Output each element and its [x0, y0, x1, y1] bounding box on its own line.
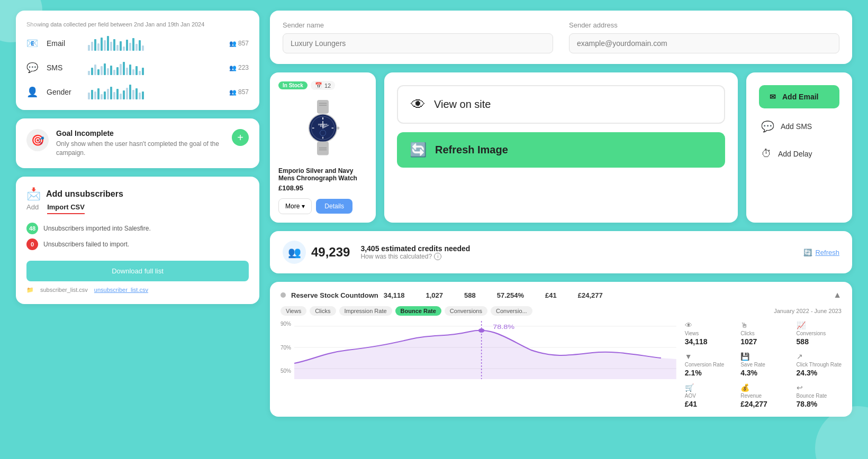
goal-title: Goal Incomplete [56, 129, 224, 137]
refresh-image-label: Refresh Image [435, 144, 508, 156]
unsub-icon: 📩 [26, 187, 41, 201]
sender-address-label: Sender address [569, 21, 839, 29]
gender-field-row: 👤 Gender 👥 857 [26, 85, 249, 99]
svg-rect-17 [319, 148, 327, 149]
add-sms-label: Add SMS [781, 122, 812, 131]
details-button[interactable]: Details [316, 199, 352, 214]
collapse-icon[interactable]: ▲ [833, 290, 842, 300]
clicks-icon: 🖱 [740, 321, 785, 329]
analytics-status-dot [281, 292, 286, 298]
stat-clicks: 1,027 [426, 291, 443, 299]
goal-icon: 🎯 [26, 129, 49, 151]
add-delay-row[interactable]: ⏱ Add Delay [759, 144, 839, 163]
unsub-tabs: Add Import CSV [26, 203, 249, 214]
email-label: Email [47, 39, 84, 48]
fields-card: Showing data collected per field between… [16, 11, 259, 110]
stat-aov: £41 [545, 291, 557, 299]
people-icon: 👥 [283, 241, 306, 264]
tab-impression[interactable]: Impression Rate [339, 306, 392, 316]
goal-description: Only show when the user hasn't completed… [56, 140, 224, 158]
bounce-rate-icon: ↩ [797, 383, 842, 392]
add-email-button[interactable]: ✉ Add Email [759, 85, 839, 108]
failed-text: Unsubscribers failed to import. [43, 241, 129, 248]
watch-illustration: EMPORIO ARMANI [296, 100, 349, 158]
add-delay-label: Add Delay [778, 150, 812, 158]
analytics-tabs-row: Views Clicks Impression Rate Bounce Rate… [281, 306, 842, 316]
sms-count: 👥 223 [228, 64, 249, 71]
success-badge: 48 [26, 223, 38, 234]
save-rate-icon: 💾 [740, 352, 785, 361]
metric-clicks: 🖱 Clicks 1027 [740, 321, 785, 346]
info-icon: i [434, 253, 441, 260]
middle-row: In Stock 📅 12 [270, 72, 852, 223]
refresh-circle-icon: 🔄 [410, 142, 427, 158]
metric-conversions: 📈 Conversions 588 [797, 321, 842, 346]
credits-people: 👥 49,239 [283, 241, 350, 264]
sender-card: Sender name Sender address [270, 11, 852, 64]
sms-label: SMS [47, 63, 84, 72]
stat-conv-rate: 57.254% [497, 291, 524, 299]
tab-import-csv[interactable]: Import CSV [47, 203, 85, 214]
svg-rect-18 [319, 150, 327, 151]
footer-file-name: subscriber_list.csv [40, 287, 88, 293]
metric-revenue: 💰 Revenue £24,277 [740, 383, 785, 408]
metric-conversion-rate: ▼ Conversion Rate 2.1% [685, 352, 730, 377]
date-range-label: January 2022 - June 2023 [774, 308, 842, 314]
fields-subtitle: Showing data collected per field between… [26, 21, 249, 27]
bounce-rate-chart: 78.8% [294, 321, 676, 379]
stat-revenue: £24,277 [578, 291, 603, 299]
sender-address-field: Sender address [569, 21, 839, 53]
product-name: Emporio Silver and Navy Mens Chronograph… [278, 167, 367, 182]
delay-icon: ⏱ [761, 148, 772, 160]
add-sms-row[interactable]: 💬 Add SMS [759, 117, 839, 136]
sender-name-label: Sender name [283, 21, 553, 29]
email-icon: 📧 [26, 38, 41, 49]
unsub-title: Add unsubscribers [46, 189, 123, 199]
views-icon: 👁 [685, 321, 730, 329]
sender-name-input[interactable] [283, 33, 553, 53]
analytics-stats: 34,118 1,027 588 57.254% £41 £24,277 [384, 291, 828, 299]
sms-field-row: 💬 SMS 👥 223 [26, 60, 249, 75]
metric-save-rate: 💾 Save Rate 4.3% [740, 352, 785, 377]
tab-conversions[interactable]: Conversions [445, 306, 487, 316]
aov-icon: 🛒 [685, 383, 730, 392]
analytics-title: Reserve Stock Countdown [291, 291, 378, 299]
action-panel: 👁 View on site 🔄 Refresh Image [384, 72, 738, 223]
credits-subtitle: How was this calculated? i [360, 253, 793, 260]
chart-container: 90% 70% 50% [281, 321, 676, 408]
svg-rect-0 [317, 100, 329, 114]
refresh-image-button[interactable]: 🔄 Refresh Image [397, 132, 725, 168]
refresh-button[interactable]: 🔄 Refresh [803, 249, 839, 256]
tab-clicks[interactable]: Clicks [310, 306, 336, 316]
email-add-icon: ✉ [770, 93, 776, 101]
sender-address-input[interactable] [569, 33, 839, 53]
product-count-badge: 📅 12 [311, 81, 335, 90]
tab-add[interactable]: Add [26, 203, 39, 214]
import-success-row: 48 Unsubscribers imported into Salesfire… [26, 223, 249, 234]
svg-rect-16 [317, 142, 329, 155]
product-card: In Stock 📅 12 [270, 72, 376, 223]
chevron-down-icon: ▾ [302, 203, 305, 210]
tab-views[interactable]: Views [281, 306, 306, 316]
tab-conversio-more[interactable]: Conversio... [491, 306, 532, 316]
revenue-icon: 💰 [740, 383, 785, 392]
failed-badge: 0 [26, 238, 38, 250]
footer-link[interactable]: unsubscriber_list.csv [94, 287, 148, 293]
gender-label: Gender [47, 88, 84, 96]
credits-card: 👥 49,239 3,405 estimated credits needed … [270, 231, 852, 273]
goal-add-button[interactable]: + [232, 129, 249, 146]
analytics-metrics: 👁 Views 34,118 🖱 Clicks 1027 📈 Conversio… [685, 321, 842, 408]
download-full-list-button[interactable]: Download full list [26, 261, 249, 281]
footer-file: 📁 [26, 287, 34, 293]
stat-conversions: 588 [464, 291, 476, 299]
gender-count: 👥 857 [228, 88, 249, 96]
tab-bounce-rate[interactable]: Bounce Rate [395, 306, 441, 316]
in-stock-badge: In Stock [278, 81, 308, 89]
chart-y-labels: 90% 70% 50% [281, 321, 291, 374]
sender-name-field: Sender name [283, 21, 553, 53]
eye-icon: 👁 [411, 96, 426, 113]
import-failed-row: 0 Unsubscribers failed to import. [26, 238, 249, 250]
more-button[interactable]: More ▾ [278, 198, 312, 214]
sms-add-icon: 💬 [761, 120, 774, 133]
view-on-site-button[interactable]: 👁 View on site [397, 85, 725, 124]
